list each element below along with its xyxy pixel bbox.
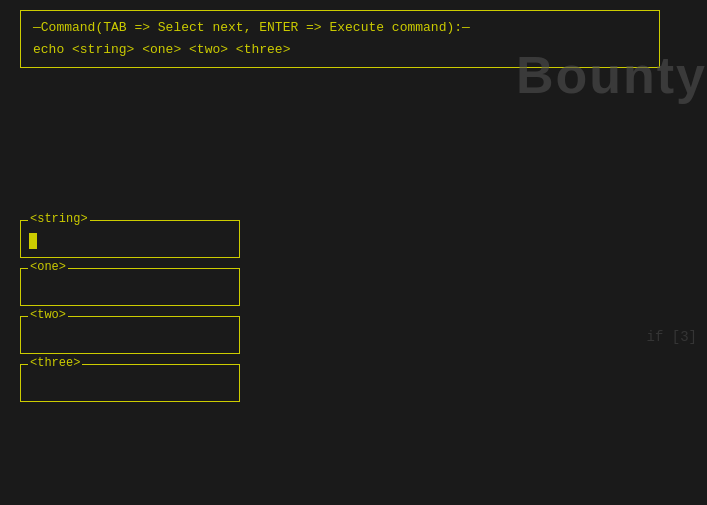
one-input[interactable] bbox=[29, 282, 231, 297]
three-label: <three> bbox=[28, 356, 82, 370]
two-field-wrapper: <two> bbox=[20, 316, 240, 354]
string-label: <string> bbox=[28, 212, 90, 226]
string-input[interactable] bbox=[37, 234, 231, 249]
footer-if-text: if [3] bbox=[647, 329, 697, 345]
one-label: <one> bbox=[28, 260, 68, 274]
bounty-watermark: Bounty bbox=[516, 45, 707, 105]
three-input[interactable] bbox=[29, 378, 231, 393]
terminal-header: —Command(TAB => Select next, ENTER => Ex… bbox=[33, 19, 647, 37]
two-label: <two> bbox=[28, 308, 68, 322]
one-field-wrapper: <one> bbox=[20, 268, 240, 306]
field-group: <string> <one> <two> <three> bbox=[20, 220, 240, 402]
three-field-wrapper: <three> bbox=[20, 364, 240, 402]
form-section: <string> <one> <two> <three> bbox=[20, 220, 240, 402]
two-input[interactable] bbox=[29, 330, 231, 345]
text-cursor bbox=[29, 233, 37, 249]
string-field-wrapper: <string> bbox=[20, 220, 240, 258]
